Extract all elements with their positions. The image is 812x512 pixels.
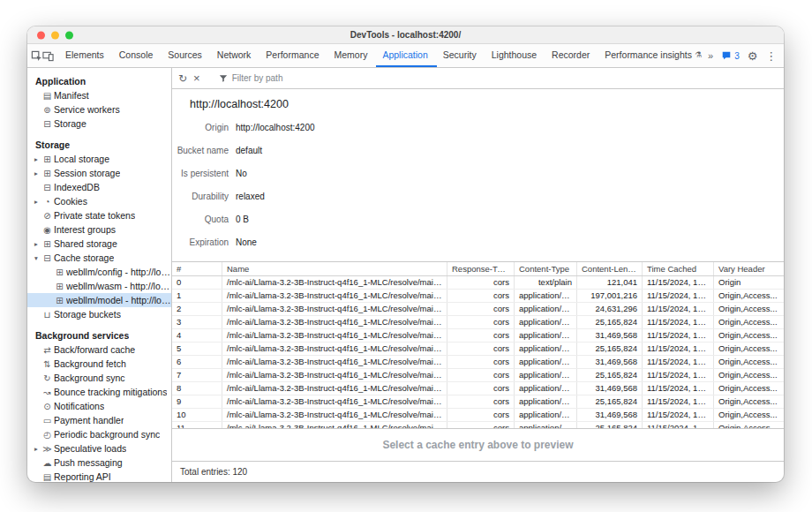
- sidebar-item-storage[interactable]: ⊟ Storage: [27, 117, 171, 131]
- cache-entry-row[interactable]: 10 /mlc-ai/Llama-3.2-3B-Instruct-q4f16_1…: [172, 409, 784, 422]
- tab-security[interactable]: Security: [437, 44, 485, 67]
- column-header[interactable]: Time Cached: [643, 262, 714, 275]
- console-messages-badge[interactable]: 3: [721, 50, 740, 61]
- sidebar-item-icon: ⊟: [41, 119, 54, 129]
- column-header[interactable]: #: [172, 262, 222, 275]
- cache-storage-panel: ↻ × Filter by path http://localhost:4200: [172, 68, 784, 482]
- cell-time-cached: 11/15/2024, 10...: [643, 329, 714, 342]
- cell-vary-header: Origin,Access...: [714, 369, 784, 381]
- sidebar-item-icon: ⊞: [53, 282, 66, 291]
- sidebar-item-notifications[interactable]: ⊙ Notifications: [27, 399, 171, 413]
- tab-console[interactable]: Console: [113, 44, 162, 67]
- expand-arrow-icon: ▾: [32, 254, 41, 262]
- sidebar-item-periodic-background-sync[interactable]: ◴ Periodic background sync: [27, 427, 171, 441]
- sidebar-item-payment-handler[interactable]: ▭ Payment handler: [27, 413, 171, 427]
- sidebar-item-bounce-tracking-mitigations[interactable]: ↝ Bounce tracking mitigations: [27, 385, 171, 399]
- cell-vary-header: Origin,Access...: [714, 329, 784, 342]
- sidebar-item-webllm-wasm-cache[interactable]: ⊞ webllm/wasm - http://loca...: [27, 279, 171, 293]
- close-window-button[interactable]: [37, 31, 45, 39]
- cache-entry-row[interactable]: 8 /mlc-ai/Llama-3.2-3B-Instruct-q4f16_1-…: [172, 382, 784, 395]
- sidebar-item-label: Cache storage: [54, 252, 114, 263]
- sidebar-item-service-workers[interactable]: ⊚ Service workers: [27, 102, 171, 117]
- cache-entry-row[interactable]: 11 /mlc-ai/Llama-3.2-3B-Instruct-q4f16_1…: [172, 422, 784, 428]
- refresh-icon[interactable]: ↻: [178, 73, 187, 84]
- cell-response-type: cors: [447, 329, 515, 342]
- metadata-row: Is persistent No: [172, 162, 784, 184]
- cache-content: http://localhost:4200 Origin http://loca…: [172, 89, 784, 461]
- inspect-element-icon[interactable]: [31, 44, 42, 67]
- tab-memory[interactable]: Memory: [327, 44, 376, 67]
- sidebar-item-icon: ⊞: [41, 169, 54, 178]
- column-header[interactable]: Response-Type: [447, 262, 515, 275]
- cell-content-type: application/oc...: [515, 422, 577, 428]
- sidebar-item-icon: ⊟: [41, 183, 54, 192]
- sidebar-item-shared-storage[interactable]: ▸ ⊞ Shared storage: [27, 237, 171, 251]
- metadata-row: Durability relaxed: [172, 184, 784, 207]
- sidebar-item-storage-buckets[interactable]: ⊔ Storage buckets: [27, 307, 171, 321]
- device-toolbar-icon[interactable]: [42, 44, 54, 67]
- cache-entry-row[interactable]: 1 /mlc-ai/Llama-3.2-3B-Instruct-q4f16_1-…: [172, 290, 784, 303]
- sidebar-item-webllm-model-cache[interactable]: ⊞ webllm/model - http://loc...: [27, 293, 171, 307]
- application-sidebar: Application ▤ Manifest ⊚ Service workers: [27, 68, 172, 482]
- cache-entry-row[interactable]: 3 /mlc-ai/Llama-3.2-3B-Instruct-q4f16_1-…: [172, 316, 784, 329]
- sidebar-item-reporting-api[interactable]: ▤ Reporting API: [27, 470, 171, 482]
- sidebar-item-icon: ◴: [41, 430, 54, 440]
- kebab-menu-icon[interactable]: ⋮: [765, 49, 777, 63]
- cache-entry-row[interactable]: 0 /mlc-ai/Llama-3.2-3B-Instruct-q4f16_1-…: [172, 276, 784, 290]
- sidebar-item-manifest[interactable]: ▤ Manifest: [27, 88, 171, 102]
- sidebar-item-label: Push messaging: [54, 457, 123, 468]
- filter-by-path-input[interactable]: Filter by path: [219, 73, 283, 83]
- cell-response-type: cors: [447, 276, 515, 289]
- tab-performance[interactable]: Performance: [259, 44, 327, 67]
- desktop: DevTools - localhost:4200/ Elements: [0, 0, 812, 512]
- sidebar-item-webllm-config-cache[interactable]: ⊞ webllm/config - http://loc...: [27, 265, 171, 279]
- sidebar-item-background-fetch[interactable]: ⇅ Background fetch: [27, 357, 171, 371]
- sidebar-item-private-state-tokens[interactable]: ⊘ Private state tokens: [27, 208, 171, 222]
- sidebar-item-icon: ⊟: [41, 253, 54, 263]
- cache-entry-row[interactable]: 9 /mlc-ai/Llama-3.2-3B-Instruct-q4f16_1-…: [172, 395, 784, 409]
- column-header[interactable]: Content-Length: [577, 262, 643, 275]
- cache-entry-row[interactable]: 2 /mlc-ai/Llama-3.2-3B-Instruct-q4f16_1-…: [172, 303, 784, 316]
- tab-sources[interactable]: Sources: [162, 44, 211, 67]
- settings-gear-icon[interactable]: ⚙: [748, 49, 758, 63]
- more-tabs-chevron-icon[interactable]: »: [708, 50, 713, 61]
- cell-name: /mlc-ai/Llama-3.2-3B-Instruct-q4f16_1-ML…: [222, 409, 447, 421]
- cell-time-cached: 11/15/2024, 10...: [643, 290, 714, 302]
- delete-selected-icon[interactable]: ×: [193, 72, 200, 84]
- sidebar-item-speculative-loads[interactable]: ▸ ≫ Speculative loads: [27, 441, 171, 456]
- sidebar-item-indexeddb[interactable]: ⊟ IndexedDB: [27, 180, 171, 194]
- cell-response-type: cors: [447, 343, 515, 355]
- cell-response-type: cors: [447, 409, 515, 421]
- metadata-row: Expiration None: [172, 230, 784, 253]
- tab-recorder[interactable]: Recorder: [545, 44, 598, 67]
- metadata-label: Quota: [172, 215, 229, 224]
- sidebar-item-background-sync[interactable]: ↻ Background sync: [27, 371, 171, 385]
- cache-entry-row[interactable]: 7 /mlc-ai/Llama-3.2-3B-Instruct-q4f16_1-…: [172, 369, 784, 382]
- tab-network[interactable]: Network: [211, 44, 260, 67]
- metadata-value: None: [236, 237, 257, 247]
- minimize-window-button[interactable]: [51, 31, 59, 39]
- sidebar-item-interest-groups[interactable]: ◉ Interest groups: [27, 222, 171, 237]
- sidebar-item-label: webllm/wasm - http://loca...: [66, 281, 171, 291]
- cache-entry-row[interactable]: 6 /mlc-ai/Llama-3.2-3B-Instruct-q4f16_1-…: [172, 356, 784, 369]
- metadata-value: relaxed: [236, 192, 265, 201]
- tab-performance-insights[interactable]: Performance insights ⚗: [598, 44, 708, 67]
- zoom-window-button[interactable]: [65, 31, 73, 39]
- cache-entry-row[interactable]: 5 /mlc-ai/Llama-3.2-3B-Instruct-q4f16_1-…: [172, 343, 784, 356]
- devtools-window: DevTools - localhost:4200/ Elements: [27, 26, 784, 482]
- sidebar-item-cookies[interactable]: ▸ ◔ Cookies: [27, 194, 171, 208]
- column-header[interactable]: Vary Header: [714, 262, 784, 275]
- cache-entry-row[interactable]: 4 /mlc-ai/Llama-3.2-3B-Instruct-q4f16_1-…: [172, 329, 784, 343]
- sidebar-item-push-messaging[interactable]: ☁ Push messaging: [27, 456, 171, 470]
- sidebar-item-back-forward-cache[interactable]: ⇄ Back/forward cache: [27, 343, 171, 357]
- column-header[interactable]: Content-Type: [515, 262, 577, 275]
- tab-lighthouse[interactable]: Lighthouse: [485, 44, 545, 67]
- tab-elements[interactable]: Elements: [59, 44, 113, 67]
- sidebar-item-icon: ↝: [41, 388, 54, 397]
- sidebar-item-cache-storage[interactable]: ▾ ⊟ Cache storage: [27, 251, 171, 265]
- column-header[interactable]: Name: [222, 262, 447, 275]
- total-entries-text: Total entries: 120: [180, 467, 247, 477]
- sidebar-item-local-storage[interactable]: ▸ ⊞ Local storage: [27, 152, 171, 166]
- sidebar-item-session-storage[interactable]: ▸ ⊞ Session storage: [27, 166, 171, 180]
- tab-application[interactable]: Application: [376, 44, 436, 67]
